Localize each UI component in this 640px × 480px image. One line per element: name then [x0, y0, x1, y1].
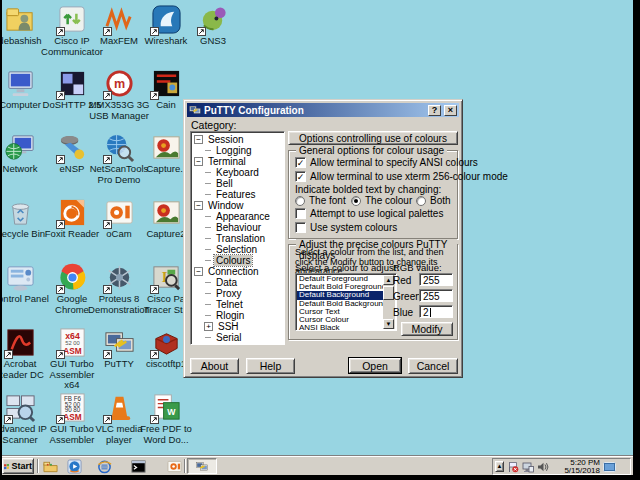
dialog-help-button[interactable]: ? — [428, 105, 441, 116]
red-input[interactable]: 255 — [419, 273, 453, 286]
tree-item-selection[interactable]: Selection — [191, 244, 284, 255]
modify-button[interactable]: Modify — [401, 322, 453, 336]
desktop-icon-acrobat-reader[interactable]: Acrobat Reader DC — [0, 327, 47, 380]
shortcut-arrow-icon — [56, 27, 65, 36]
tree-item-label: Connection — [206, 266, 261, 277]
xterm-256-label: Allow terminal to use xterm 256-colour m… — [310, 171, 508, 182]
collapse-icon[interactable]: − — [194, 135, 203, 144]
expand-icon[interactable]: + — [204, 322, 213, 331]
tree-item-terminal[interactable]: −Terminal — [191, 156, 284, 167]
desktop-icon-mmx353g[interactable]: mMMX353G 3G USB Manager — [92, 68, 146, 121]
tree-item-features[interactable]: Features — [191, 189, 284, 200]
tree-item-serial[interactable]: Serial — [191, 332, 284, 343]
shortcut-arrow-icon — [103, 91, 112, 100]
logical-palettes-label: Attempt to use logical palettes — [310, 208, 443, 219]
tree-connector — [205, 282, 211, 283]
system-tray: ▲ 5:20 PM 5/15/2018 — [492, 458, 631, 475]
font-radio[interactable] — [295, 196, 305, 206]
tree-item-colours[interactable]: Colours — [191, 255, 284, 266]
putty-config-dialog: PuTTY Configuration ? × Category: −Sessi… — [183, 99, 463, 378]
tree-item-rlogin[interactable]: Rlogin — [191, 310, 284, 321]
quicklaunch-ocam-icon[interactable] — [166, 458, 182, 474]
computer-icon — [5, 68, 36, 99]
svg-text:ASM: ASM — [63, 347, 81, 356]
desktop-icon-cisco-ip-communicator[interactable]: Cisco IP Communicator — [45, 4, 99, 57]
shortcut-arrow-icon — [4, 415, 13, 424]
taskbar: Start ▲ 5:20 PM 5/15/2018 — [0, 456, 640, 475]
cancel-button[interactable]: Cancel — [408, 358, 458, 374]
dialog-close-button[interactable]: × — [444, 105, 457, 116]
xterm-256-checkbox[interactable]: ✓ — [295, 171, 306, 182]
tree-item-ssh[interactable]: +SSH — [191, 321, 284, 332]
tree-item-translation[interactable]: Translation — [191, 233, 284, 244]
collapse-icon[interactable]: − — [194, 201, 203, 210]
shortcut-arrow-icon — [103, 350, 112, 359]
about-button[interactable]: About — [190, 358, 239, 374]
putty-app-icon — [189, 104, 201, 116]
quicklaunch-mediaplayer-icon[interactable] — [66, 458, 82, 474]
cisco-ip-communicator-icon — [57, 4, 88, 35]
logical-palettes-checkbox[interactable] — [295, 208, 306, 219]
show-desktop-button[interactable] — [603, 462, 616, 472]
system-colours-checkbox[interactable] — [295, 222, 306, 233]
desktop-icon-label: GNS3 — [182, 36, 244, 47]
shortcut-arrow-icon — [103, 155, 112, 164]
blue-input[interactable]: 2 — [419, 305, 453, 318]
volume-tray-icon[interactable] — [537, 461, 549, 473]
tree-item-label: SSH — [216, 321, 241, 332]
colour-radio[interactable] — [351, 196, 361, 206]
start-button[interactable]: Start — [2, 458, 34, 474]
colour-list-item[interactable]: ANSI Black — [297, 324, 383, 331]
quicklaunch-ie-icon[interactable] — [96, 458, 112, 474]
recycle-bin-icon — [5, 197, 36, 228]
putty-task-icon — [195, 460, 209, 473]
desktop-icon-control-panel[interactable]: Control Panel — [0, 262, 47, 305]
tree-item-bell[interactable]: Bell — [191, 178, 284, 189]
svg-text:m: m — [113, 77, 124, 91]
text-caret — [430, 308, 431, 317]
green-label: Green — [393, 291, 421, 302]
green-input[interactable]: 255 — [419, 289, 453, 302]
svg-text:W: W — [167, 407, 176, 417]
tree-item-session[interactable]: −Session — [191, 134, 284, 145]
tree-item-behaviour[interactable]: Behaviour — [191, 222, 284, 233]
open-button[interactable]: Open — [349, 358, 401, 373]
tree-item-connection[interactable]: −Connection — [191, 266, 284, 277]
desktop-icon-debashish[interactable]: debashish — [0, 4, 47, 47]
desktop-icon-free-pdf-word[interactable]: WFree PDF to Word Do... — [139, 392, 193, 445]
network-tray-icon[interactable] — [522, 461, 534, 473]
tree-item-label: Telnet — [214, 299, 245, 310]
tree-connector — [205, 260, 211, 261]
desktop-icon-computer[interactable]: Computer — [0, 68, 47, 111]
both-radio[interactable] — [416, 196, 426, 206]
ansi-colours-checkbox[interactable]: ✓ — [295, 157, 306, 168]
desktop-icon-recycle-bin[interactable]: Recycle Bin — [0, 197, 47, 240]
scrollbar-down-button[interactable]: ▼ — [383, 319, 394, 329]
tree-item-window[interactable]: −Window — [191, 200, 284, 211]
action-center-flag-icon[interactable] — [507, 461, 519, 473]
dialog-titlebar[interactable]: PuTTY Configuration ? × — [187, 103, 459, 117]
desktop-icon-gns3[interactable]: GNS3 — [186, 4, 240, 47]
help-button[interactable]: Help — [246, 358, 295, 374]
svg-text:52 00: 52 00 — [65, 340, 80, 346]
tree-item-appearance[interactable]: Appearance — [191, 211, 284, 222]
quicklaunch-cmd-icon[interactable] — [130, 458, 146, 474]
show-hidden-icons-button[interactable]: ▲ — [495, 461, 504, 472]
desktop-icon-netscantools[interactable]: NetScanTools Pro Demo — [92, 132, 146, 185]
netscantools-icon — [104, 132, 135, 163]
tree-item-telnet[interactable]: Telnet — [191, 299, 284, 310]
desktop-icon-label: Free PDF to Word Do... — [135, 424, 197, 445]
desktop-icon-advanced-ip-scanner[interactable]: Advanced IP Scanner — [0, 392, 47, 445]
task-button-putty[interactable] — [187, 458, 217, 474]
quicklaunch-explorer-icon[interactable] — [42, 458, 58, 474]
tree-item-keyboard[interactable]: Keyboard — [191, 167, 284, 178]
tree-item-proxy[interactable]: Proxy — [191, 288, 284, 299]
tree-item-data[interactable]: Data — [191, 277, 284, 288]
desktop-icon-network[interactable]: Network — [0, 132, 47, 175]
tray-clock[interactable]: 5:20 PM 5/15/2018 — [554, 459, 600, 475]
red-label: Red — [393, 275, 411, 286]
collapse-icon[interactable]: − — [194, 267, 203, 276]
tree-item-label: Keyboard — [214, 167, 261, 178]
tree-item-logging[interactable]: Logging — [191, 145, 284, 156]
collapse-icon[interactable]: − — [194, 157, 203, 166]
